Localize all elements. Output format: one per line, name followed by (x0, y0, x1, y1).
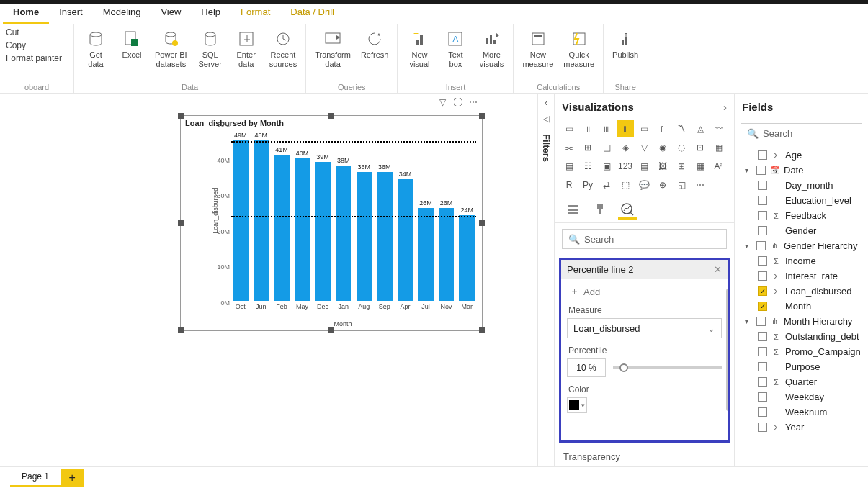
bar[interactable] (377, 172, 392, 301)
percentile-input[interactable]: 10 % (567, 358, 606, 377)
percentile-slider[interactable] (613, 366, 722, 369)
field-Promo_Campaign[interactable]: ΣPromo_Campaign (738, 344, 865, 359)
filters-pane-collapsed[interactable]: ‹ ◁ Filters (537, 94, 555, 466)
bar-Jun[interactable]: 48MJun (252, 132, 271, 310)
quick-measure-button[interactable]: Quick measure (560, 27, 597, 71)
bar[interactable] (295, 158, 310, 301)
field-Education_level[interactable]: Education_level (738, 193, 865, 208)
viz-type-icon[interactable]: Aᵃ (710, 158, 728, 175)
publish-button[interactable]: Publish (609, 27, 641, 61)
bar[interactable] (233, 140, 248, 301)
format-tab-icon[interactable] (591, 201, 609, 220)
tab-data-drill[interactable]: Data / Drill (280, 2, 344, 24)
report-canvas[interactable]: ▽ ⛶ ⋯ Loan_disbursed by Month Loan_disbu… (0, 94, 537, 466)
field-Year[interactable]: ΣYear (738, 420, 865, 435)
get-data-button[interactable]: Get data (80, 27, 112, 71)
bar[interactable] (336, 166, 351, 301)
close-section-icon[interactable]: ✕ (714, 264, 722, 275)
field-checkbox[interactable] (758, 196, 767, 205)
bar-Feb[interactable]: 41MFeb (272, 132, 291, 310)
pbi-datasets-button[interactable]: Power BI datasets (152, 27, 190, 71)
bar-chart-visual[interactable]: ▽ ⛶ ⋯ Loan_disbursed by Month Loan_disbu… (180, 115, 483, 331)
viz-type-icon[interactable]: ▤ (560, 158, 578, 175)
viz-type-icon[interactable]: ⫘ (560, 139, 578, 156)
field-checkbox[interactable] (758, 256, 767, 266)
text-box-button[interactable]: AText box (439, 27, 471, 71)
field-Interest_rate[interactable]: ΣInterest_rate (738, 268, 865, 284)
bar[interactable] (439, 208, 454, 301)
expander-icon[interactable]: ▾ (745, 166, 752, 174)
viz-type-icon[interactable]: 🖾 (654, 158, 671, 175)
viz-type-icon[interactable]: ◉ (654, 139, 671, 156)
bar-Jul[interactable]: 26MJul (416, 132, 435, 310)
viz-type-icon[interactable]: ⫿ (654, 120, 671, 137)
field-Feedback[interactable]: ΣFeedback (738, 208, 865, 223)
viz-type-icon[interactable]: ⫼ (579, 120, 596, 137)
excel-button[interactable]: Excel (116, 27, 148, 61)
viz-type-icon[interactable]: ▣ (598, 158, 615, 175)
refresh-button[interactable]: Refresh (358, 27, 392, 61)
field-Month Hierarchy[interactable]: ▾⋔Month Hierarchy (738, 314, 865, 329)
viz-type-icon[interactable]: ⊞ (673, 158, 690, 175)
focus-icon[interactable]: ⛶ (453, 97, 462, 107)
field-checkbox[interactable]: ✓ (758, 286, 767, 296)
viz-type-icon[interactable]: 💬 (635, 176, 653, 194)
bar[interactable] (274, 155, 289, 301)
bar-Jan[interactable]: 38MJan (334, 132, 353, 310)
filter-icon[interactable]: ▽ (439, 97, 446, 107)
viz-type-icon[interactable]: 123 (617, 158, 634, 175)
bar[interactable] (315, 162, 330, 301)
field-checkbox[interactable] (758, 211, 767, 220)
viz-type-icon[interactable]: ☷ (579, 158, 596, 175)
transform-data-button[interactable]: Transform data (312, 27, 354, 71)
field-checkbox[interactable] (758, 362, 767, 371)
bar[interactable] (357, 172, 372, 301)
field-Date[interactable]: ▾📅Date (738, 163, 865, 178)
field-checkbox[interactable] (758, 181, 767, 190)
viz-type-icon[interactable]: ◱ (673, 176, 690, 194)
viz-type-icon[interactable]: 〰 (710, 120, 728, 137)
field-checkbox[interactable] (758, 332, 767, 341)
expand-filters-icon[interactable]: ‹ (545, 98, 547, 108)
bar-Aug[interactable]: 36MAug (354, 132, 373, 310)
fields-search-input[interactable]: 🔍 Search (741, 123, 862, 143)
expander-icon[interactable]: ▾ (745, 242, 752, 250)
bar-Dec[interactable]: 39MDec (313, 132, 332, 310)
field-checkbox[interactable] (758, 392, 767, 402)
viz-search-input[interactable]: 🔍 Search (562, 229, 727, 249)
bar-Oct[interactable]: 49MOct (231, 132, 250, 310)
sql-server-button[interactable]: SQL Server (194, 27, 226, 71)
bar[interactable] (459, 215, 474, 301)
tab-modeling[interactable]: Modeling (93, 2, 151, 24)
tab-format[interactable]: Format (231, 2, 280, 24)
more-visuals-button[interactable]: More visuals (475, 27, 507, 71)
field-Age[interactable]: ΣAge (738, 148, 865, 163)
copy-button[interactable]: Copy (6, 40, 62, 50)
field-checkbox[interactable] (758, 347, 767, 356)
viz-type-icon[interactable]: ⫼ (598, 120, 615, 137)
transparency-label[interactable]: Transparency (555, 447, 734, 466)
field-Weekday[interactable]: Weekday (738, 389, 865, 405)
viz-type-icon[interactable]: ⋯ (692, 176, 709, 194)
bar-Sep[interactable]: 36MSep (375, 132, 394, 310)
tab-help[interactable]: Help (191, 2, 231, 24)
viz-type-icon[interactable]: ▦ (710, 139, 728, 156)
bar-May[interactable]: 40MMay (293, 132, 312, 310)
bar-Apr[interactable]: 34MApr (396, 132, 415, 310)
add-page-button[interactable]: + (61, 469, 84, 487)
viz-type-icon[interactable]: ◫ (598, 139, 615, 156)
new-measure-button[interactable]: New measure (519, 27, 556, 71)
field-Gender[interactable]: Gender (738, 223, 865, 238)
bar-Mar[interactable]: 24MMar (457, 132, 476, 310)
cut-button[interactable]: Cut (6, 27, 62, 37)
field-Gender Hierarchy[interactable]: ▾⋔Gender Hierarchy (738, 238, 865, 253)
tab-home[interactable]: Home (3, 2, 49, 24)
field-Month[interactable]: ✓Month (738, 299, 865, 314)
field-checkbox[interactable] (758, 271, 767, 281)
viz-type-icon[interactable]: ▭ (635, 120, 653, 137)
viz-type-icon[interactable]: ▤ (635, 158, 653, 175)
viz-type-icon[interactable]: ▽ (635, 139, 653, 156)
bar[interactable] (418, 208, 433, 301)
field-checkbox[interactable] (758, 423, 767, 432)
tab-insert[interactable]: Insert (49, 2, 93, 24)
